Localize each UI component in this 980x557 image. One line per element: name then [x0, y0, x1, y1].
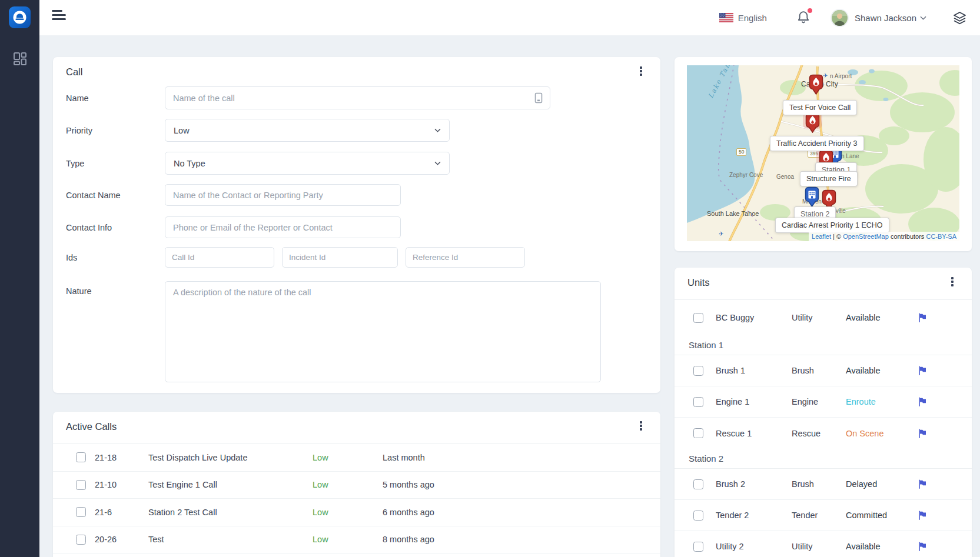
language-selector[interactable]: English	[719, 13, 767, 23]
unit-row[interactable]: Brush 2 Brush Delayed	[675, 469, 972, 500]
map[interactable]: Lake Tahoe Carson City ✈ n Airport Zephy…	[687, 65, 959, 241]
unit-checkbox[interactable]	[693, 428, 703, 438]
unit-row[interactable]: BC Buggy Utility Available	[675, 300, 972, 335]
unit-row[interactable]: Rescue 1 Rescue On Scene	[675, 418, 972, 449]
call-age: 5 months ago	[383, 480, 434, 489]
call-name-input[interactable]	[165, 86, 550, 109]
unit-type: Tender	[792, 511, 846, 520]
priority-select[interactable]: Low	[165, 119, 450, 142]
row-checkbox[interactable]	[76, 480, 86, 490]
type-value: No Type	[174, 159, 205, 168]
priority-value: Low	[174, 126, 190, 135]
active-call-row[interactable]: 21-10 Test Engine 1 Call Low 5 months ag…	[53, 472, 660, 499]
phone-icon	[534, 92, 543, 104]
unit-type: Utility	[792, 542, 846, 551]
unit-checkbox[interactable]	[693, 479, 703, 489]
contact-info-input[interactable]	[165, 216, 401, 238]
unit-flag-button[interactable]	[918, 542, 927, 551]
station-2-marker[interactable]	[804, 186, 820, 207]
contact-name-label: Contact Name	[66, 191, 165, 200]
map-attribution: Leaflet | © OpenStreetMap contributors C…	[809, 232, 959, 241]
quick-panel-button[interactable]	[952, 11, 967, 25]
unit-name: Engine 1	[716, 397, 792, 406]
map-tooltip-voice-call: Test For Voice Call	[783, 100, 857, 115]
sidebar-toggle-button[interactable]	[52, 10, 71, 25]
leaflet-link[interactable]: Leaflet	[812, 233, 831, 240]
unit-checkbox[interactable]	[693, 397, 703, 407]
contact-info-label: Contact Info	[66, 223, 165, 232]
openstreetmap-link[interactable]: OpenStreetMap	[843, 233, 889, 240]
active-calls-menu-button[interactable]	[637, 421, 645, 433]
call-id: 21-18	[95, 453, 148, 462]
airport-icon: ✈	[719, 231, 723, 237]
page-content: Call Name Priority Low	[39, 35, 980, 557]
sidebar-item-dashboard[interactable]	[0, 45, 39, 73]
flag-icon	[918, 429, 927, 438]
chevron-down-icon	[434, 161, 441, 165]
topbar-actions: English Shawn Jackson	[719, 0, 980, 35]
unit-status: Enroute	[846, 397, 918, 406]
map-card: Lake Tahoe Carson City ✈ n Airport Zephy…	[675, 57, 972, 251]
unit-status: Available	[846, 313, 918, 322]
license-link[interactable]: CC-BY-SA	[926, 233, 956, 240]
unit-flag-button[interactable]	[918, 429, 927, 438]
unit-status: Committed	[846, 511, 918, 520]
call-marker-voice-call[interactable]	[808, 74, 824, 95]
unit-checkbox[interactable]	[693, 313, 703, 323]
ids-label: Ids	[66, 253, 165, 262]
unit-name: Utility 2	[716, 542, 792, 551]
name-field-row: Name	[66, 86, 550, 109]
unit-row[interactable]: Utility 2 Utility Available	[675, 531, 972, 557]
unit-group-header: Station 2	[675, 449, 972, 469]
unit-status: Available	[846, 542, 918, 551]
call-name: Station 2 Test Call	[148, 508, 313, 517]
units-menu-button[interactable]	[948, 277, 956, 289]
map-tooltip-structure-fire: Structure Fire	[800, 171, 858, 186]
unit-flag-button[interactable]	[918, 479, 927, 489]
unit-status: Available	[846, 366, 918, 375]
type-select[interactable]: No Type	[165, 152, 450, 175]
unit-type: Utility	[792, 313, 846, 322]
nature-textarea[interactable]	[165, 281, 601, 382]
active-call-row[interactable]: 21-6 Station 2 Test Call Low 6 months ag…	[53, 499, 660, 526]
app-logo[interactable]	[9, 6, 31, 28]
call-name: Test Engine 1 Call	[148, 480, 313, 489]
unit-flag-button[interactable]	[918, 366, 927, 375]
row-checkbox[interactable]	[76, 507, 86, 517]
sidebar	[0, 0, 39, 557]
call-age: Last month	[383, 453, 425, 462]
active-call-row[interactable]: 21-18 Test Dispatch Live Update Low Last…	[53, 444, 660, 472]
row-checkbox[interactable]	[76, 535, 86, 545]
unit-row[interactable]: Tender 2 Tender Committed	[675, 500, 972, 531]
call-id-input[interactable]	[165, 247, 274, 268]
unit-row[interactable]: Brush 1 Brush Available	[675, 355, 972, 386]
unit-name: Brush 2	[716, 479, 792, 489]
notifications-button[interactable]	[796, 9, 812, 26]
unit-flag-button[interactable]	[918, 511, 927, 520]
contact-name-input[interactable]	[165, 184, 401, 206]
unit-group-header: Station 1	[675, 335, 972, 355]
nature-label: Nature	[66, 281, 165, 296]
unit-type: Brush	[792, 366, 846, 375]
language-label: English	[738, 13, 767, 23]
call-age: 8 months ago	[383, 535, 434, 544]
map-label-south-lake-tahoe: South Lake Tahoe	[707, 210, 759, 217]
row-checkbox[interactable]	[76, 452, 86, 462]
unit-checkbox[interactable]	[693, 511, 703, 521]
incident-id-input[interactable]	[282, 247, 398, 268]
user-menu[interactable]: Shawn Jackson	[830, 9, 926, 27]
map-label-lane: n Lane	[841, 153, 859, 159]
dashboard-icon	[12, 51, 28, 66]
call-card-menu-button[interactable]	[637, 66, 645, 78]
active-call-row[interactable]: 20-26 Test Low 8 months ago	[53, 526, 660, 554]
unit-checkbox[interactable]	[693, 366, 703, 376]
unit-checkbox[interactable]	[693, 542, 703, 552]
map-label-airport: n Airport	[830, 73, 852, 79]
nature-field-row: Nature	[66, 281, 601, 382]
unit-row[interactable]: Engine 1 Engine Enroute	[675, 386, 972, 418]
unit-flag-button[interactable]	[918, 397, 927, 406]
reference-id-input[interactable]	[406, 247, 525, 268]
us-flag-icon	[719, 13, 733, 22]
unit-flag-button[interactable]	[918, 313, 927, 322]
unit-name: Brush 1	[716, 366, 792, 375]
